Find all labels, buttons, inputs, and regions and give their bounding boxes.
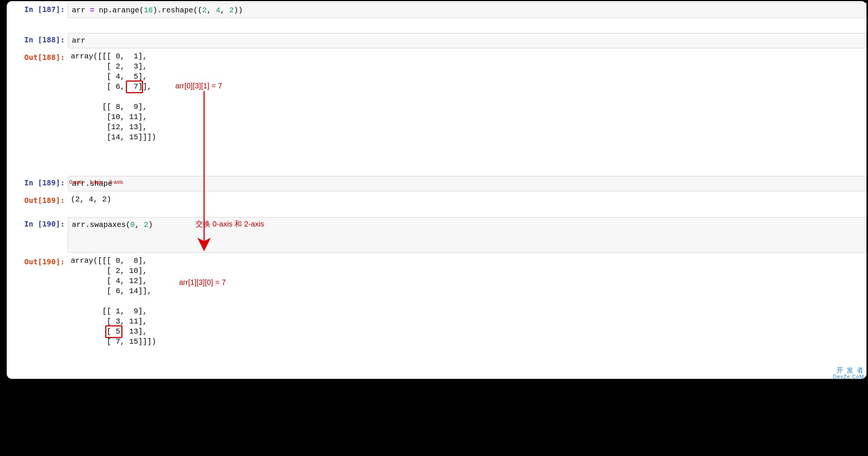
code-input-188[interactable]: arr — [68, 33, 867, 48]
axis1-label: 1-axis — [89, 179, 103, 185]
out-prompt-190: Out[190]: — [7, 254, 68, 266]
op: = — [90, 6, 94, 15]
code-text: np.arange( — [94, 6, 144, 15]
code-text: arr — [72, 6, 90, 15]
cell-189-in: In [189]: arr.shape — [7, 175, 867, 193]
cell-187: In [187]: arr = np.arange(16).reshape((2… — [7, 2, 867, 19]
code-text: arr.swapaxes( — [72, 221, 130, 229]
highlight-box-7-bottom — [105, 325, 122, 338]
sep: , — [220, 6, 229, 15]
num: 4 — [216, 6, 220, 15]
num: 2 — [229, 6, 234, 15]
output-text: array([[[ 0, 1], [ 2, 3], [ 4, 5], [ 6, … — [71, 52, 156, 142]
code-text: ) — [148, 221, 153, 229]
notebook-page: In [187]: arr = np.arange(16).reshape((2… — [7, 1, 867, 379]
highlight-box-7-top — [126, 80, 143, 93]
code-text: arr — [72, 36, 85, 45]
code-input-187[interactable]: arr = np.arange(16).reshape((2, 4, 2)) — [68, 3, 867, 18]
out-prompt-188: Out[188]: — [7, 50, 68, 62]
output-190: array([[[ 0, 8], [ 2, 10], [ 4, 12], [ 6… — [68, 254, 867, 371]
in-prompt-188: In [188]: — [7, 32, 68, 44]
arrow-down-icon — [177, 87, 215, 256]
index-after-note: arr[1][3][0] = 7 — [179, 278, 226, 287]
output-text: (2, 4, 2) — [71, 195, 111, 204]
in-prompt-187: In [187]: — [7, 2, 68, 14]
num: 2 — [202, 6, 207, 15]
num: 2 — [144, 221, 148, 229]
out-prompt-189: Out[189]: — [7, 193, 68, 205]
code-text: )) — [234, 6, 243, 15]
cell-189-out: Out[189]: (2, 4, 2) — [7, 193, 867, 209]
watermark-en: DevZe.CoM — [833, 374, 864, 379]
cell-190-in: In [190]: arr.swapaxes(0, 2) 交换 0-axis 和… — [7, 216, 867, 254]
cell-188-out: Out[188]: array([[[ 0, 1], [ 2, 3], [ 4,… — [7, 50, 867, 167]
in-prompt-190: In [190]: — [7, 216, 68, 228]
axis0-label: 0-axis — [69, 179, 83, 185]
axis2-label: 2-axis — [109, 179, 123, 185]
cell-190-out: Out[190]: array([[[ 0, 8], [ 2, 10], [ 4… — [7, 254, 867, 371]
in-prompt-189: In [189]: — [7, 175, 68, 187]
code-text: ).reshape(( — [153, 6, 202, 15]
watermark-cn: 开 发 者 — [833, 367, 864, 374]
sep: , — [207, 6, 216, 15]
num: 0 — [130, 221, 135, 229]
cell-188-in: In [188]: arr — [7, 32, 867, 50]
axis-labels: 0-axis 1-axis 2-axis — [69, 179, 128, 185]
sep: , — [135, 221, 144, 229]
watermark: 开 发 者 DevZe.CoM — [833, 367, 864, 379]
num: 16 — [144, 6, 153, 15]
